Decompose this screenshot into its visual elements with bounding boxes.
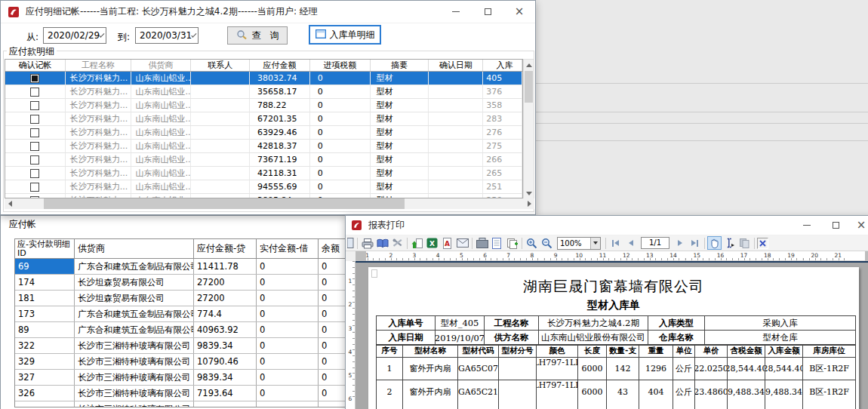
inbound-no-cell[interactable]: 358: [483, 99, 522, 112]
project-cell[interactable]: 长沙万科魅力...: [66, 153, 131, 166]
table-row[interactable]: 181 长沙坦森贸易有限公司 27200 0 0: [15, 291, 346, 306]
inbound-no-cell[interactable]: 250: [483, 194, 522, 198]
confirm-checkbox[interactable]: [30, 128, 39, 137]
confirm-checkbox[interactable]: [30, 142, 39, 151]
tax-cell[interactable]: 0: [310, 194, 371, 198]
amount-cell[interactable]: 73671.19: [250, 153, 310, 166]
project-cell[interactable]: 长沙万科魅力...: [66, 140, 131, 152]
project-cell[interactable]: 长沙万科魅力...: [66, 99, 131, 112]
table-row[interactable]: 长沙万科魅力... 山东南山铝业... 42118.31 0 型材 265: [5, 167, 522, 180]
project-cell[interactable]: 长沙万科魅力...: [66, 126, 131, 139]
supplier-cell[interactable]: 广东合和建筑五金制品有限公司: [75, 322, 194, 337]
table-row[interactable]: 173 广东合和建筑五金制品有限公司 774.4 0 0: [15, 306, 346, 322]
contact-cell[interactable]: [191, 194, 250, 198]
scroll-up-button[interactable]: [524, 60, 534, 70]
supplier-cell[interactable]: 长沙市三湘特种玻璃有限公司: [75, 386, 194, 401]
design-view-icon[interactable]: [346, 236, 355, 250]
amount-cell[interactable]: 38032.74: [250, 72, 310, 85]
checkbox-cell[interactable]: [5, 99, 66, 112]
balance-cell[interactable]: 0: [319, 354, 346, 369]
horizontal-scrollbar[interactable]: [5, 198, 534, 209]
detail-id-cell[interactable]: 329: [15, 354, 75, 369]
summary-cell[interactable]: 型材: [371, 112, 429, 125]
checkbox-cell[interactable]: [5, 85, 66, 98]
inbound-no-cell[interactable]: 405: [483, 72, 522, 85]
column-header[interactable]: 应付金额: [250, 60, 310, 71]
project-cell[interactable]: 长沙万科魅力...: [66, 85, 131, 98]
confirm-date-cell[interactable]: [429, 140, 483, 152]
report-preview-pane[interactable]: 湖南巨晟门窗幕墙有限公司 型材入库单 入库单号 型材_405 工程名称 长沙万科…: [356, 261, 868, 409]
contact-cell[interactable]: [191, 140, 250, 152]
supplier-cell[interactable]: 山东南山铝业...: [131, 112, 192, 125]
debit-amount-cell[interactable]: 0: [257, 275, 319, 290]
checkbox-cell[interactable]: [5, 140, 66, 152]
detail-id-cell[interactable]: 322: [15, 338, 75, 353]
inbound-no-cell[interactable]: 275: [483, 140, 522, 152]
summary-cell[interactable]: 型材: [371, 167, 429, 180]
multi-page-icon[interactable]: [505, 236, 519, 250]
column-header[interactable]: 确认记帐: [5, 60, 66, 71]
tax-cell[interactable]: 0: [310, 99, 371, 112]
column-header[interactable]: 供货商: [131, 60, 192, 71]
table-row[interactable]: 长沙万科魅力... 山东南山铝业... 788.22 0 型材 358: [5, 99, 522, 112]
supplier-cell[interactable]: 长沙市三湘特种玻璃有限公司: [75, 354, 194, 369]
open-report-icon[interactable]: [375, 236, 389, 250]
confirm-date-cell[interactable]: [429, 72, 483, 85]
supplier-cell[interactable]: 长沙坦森贸易有限公司: [75, 291, 194, 306]
supplier-cell[interactable]: 山东南山铝业...: [131, 140, 192, 152]
table-row[interactable]: 长沙万科魅力... 山东南山铝业... 67201.35 0 型材 283: [5, 112, 522, 126]
tax-cell[interactable]: 0: [310, 72, 371, 85]
export-pdf-icon[interactable]: A: [440, 236, 454, 250]
supplier-cell[interactable]: 山东南山铝业...: [131, 85, 192, 98]
confirm-checkbox[interactable]: [30, 196, 39, 199]
titlebar[interactable]: 报表打印 ×: [346, 216, 868, 235]
zoom-level-select[interactable]: 100%: [557, 237, 601, 250]
text-select-tool[interactable]: [722, 236, 737, 250]
balance-cell[interactable]: 0: [319, 338, 346, 353]
page-setup-icon[interactable]: [475, 236, 489, 250]
contact-cell[interactable]: [191, 99, 250, 112]
contact-cell[interactable]: [191, 180, 250, 193]
column-header[interactable]: 确认日期: [429, 60, 483, 71]
confirm-checkbox[interactable]: [30, 88, 39, 97]
amount-cell[interactable]: 35658.17: [250, 85, 310, 98]
debit-amount-cell[interactable]: 0: [257, 322, 319, 337]
table-row[interactable]: 长沙市三湘特种玻璃有限公司: [15, 401, 346, 407]
confirm-date-cell[interactable]: [429, 99, 483, 112]
summary-cell[interactable]: 型材: [371, 180, 429, 193]
single-page-icon[interactable]: [490, 236, 504, 250]
checkbox-cell[interactable]: [5, 167, 66, 180]
detail-id-cell[interactable]: 326: [15, 386, 75, 401]
supplier-cell[interactable]: 山东南山铝业...: [131, 99, 192, 112]
table-row[interactable]: 326 长沙市三湘特种玻璃有限公司 7193.64 0 0: [15, 386, 346, 401]
maximize-button[interactable]: [472, 1, 503, 23]
confirm-checkbox[interactable]: [30, 101, 39, 110]
titlebar[interactable]: 应付明细记帐------当前工程: 长沙万科魅力之城4.2期------当前用户…: [1, 1, 535, 23]
column-header[interactable]: 摘要: [371, 60, 429, 71]
balance-cell[interactable]: 0: [319, 291, 346, 306]
balance-cell[interactable]: [319, 401, 346, 407]
detail-id-cell[interactable]: [15, 401, 75, 407]
project-cell[interactable]: 长沙万科魅力...: [66, 167, 131, 180]
amount-cell[interactable]: 42118.31: [250, 167, 310, 180]
tax-cell[interactable]: 0: [310, 153, 371, 166]
confirm-checkbox[interactable]: [30, 155, 39, 165]
amount-cell[interactable]: 3895.84: [250, 194, 310, 198]
inbound-no-cell[interactable]: 251: [483, 180, 522, 193]
detail-id-cell[interactable]: 327: [15, 370, 75, 385]
supplier-cell[interactable]: 山东南山铝业...: [131, 167, 192, 180]
tax-cell[interactable]: 0: [310, 140, 371, 152]
copy-page-icon[interactable]: [737, 236, 752, 250]
inbound-no-cell[interactable]: 283: [483, 112, 522, 125]
table-row[interactable]: 174 长沙坦森贸易有限公司 27200 0 0: [15, 275, 346, 291]
confirm-date-cell[interactable]: [429, 112, 483, 125]
credit-amount-cell[interactable]: 7193.64: [194, 386, 257, 401]
column-header[interactable]: 联系人: [191, 60, 250, 71]
detail-id-cell[interactable]: 69: [15, 259, 75, 274]
checkbox-cell[interactable]: [5, 126, 66, 139]
column-header[interactable]: 应付金额-贷: [194, 239, 257, 258]
credit-amount-cell[interactable]: [194, 401, 257, 407]
debit-amount-cell[interactable]: 0: [257, 338, 319, 353]
amount-cell[interactable]: 94555.69: [250, 180, 310, 193]
project-cell[interactable]: 长沙万科魅力...: [66, 194, 131, 198]
